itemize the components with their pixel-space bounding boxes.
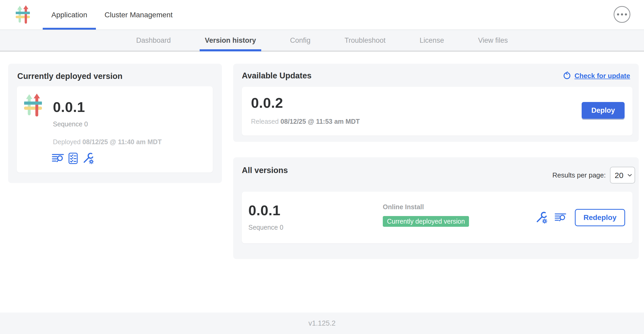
header-tabs: Application Cluster Management — [43, 0, 181, 30]
available-updates-header: Available Updates Check for update — [242, 71, 630, 80]
deployed-date-line: Deployed 08/12/25 @ 11:40 am MDT — [53, 138, 162, 146]
subnav-config[interactable]: Config — [273, 30, 328, 51]
edit-config-icon — [82, 152, 94, 164]
deployed-card-title: Currently deployed version — [17, 72, 122, 81]
deployed-version-actions — [52, 152, 94, 164]
ellipsis-icon — [617, 13, 619, 15]
subnav-troubleshoot[interactable]: Troubleshoot — [328, 30, 403, 51]
check-for-update-link[interactable]: Check for update — [563, 71, 630, 80]
all-versions-card: All versions Results per page: 20 0.0.1 … — [233, 157, 639, 259]
update-version-number: 0.0.2 — [251, 95, 283, 111]
subnav-version-history[interactable]: Version history — [188, 30, 273, 51]
currently-deployed-card: Currently deployed version 0.0.1 Sequenc… — [8, 64, 222, 183]
update-released-line: Released 08/12/25 @ 11:53 am MDT — [251, 118, 360, 125]
edit-config-icon — [535, 211, 548, 224]
admin-console-page: Application Cluster Management Dashboard… — [0, 0, 644, 334]
overflow-menu-button[interactable] — [614, 6, 630, 23]
all-versions-title: All versions — [242, 166, 288, 175]
results-per-page-select-wrap: 20 — [610, 167, 635, 184]
version-row: 0.0.1 Sequence 0 Online Install Currentl… — [242, 192, 632, 243]
deployed-sequence: Sequence 0 — [53, 120, 88, 128]
tab-application-label: Application — [51, 11, 87, 19]
row-install-info: Online Install Currently deployed versio… — [383, 203, 469, 227]
subnav-dashboard[interactable]: Dashboard — [119, 30, 188, 51]
available-updates-title: Available Updates — [242, 71, 312, 80]
install-type-label: Online Install — [383, 203, 469, 211]
results-per-page-select[interactable]: 20 — [610, 167, 635, 184]
refresh-icon — [563, 71, 571, 80]
app-logo-icon — [16, 5, 30, 24]
row-sequence: Sequence 0 — [248, 224, 283, 231]
view-logs-button[interactable] — [555, 213, 566, 222]
tab-cluster-management[interactable]: Cluster Management — [96, 0, 181, 30]
app-subnav: Dashboard Version history Config Trouble… — [0, 30, 644, 51]
preflight-checks-icon — [68, 153, 78, 164]
redeploy-button[interactable]: Redeploy — [575, 209, 625, 226]
currently-deployed-badge: Currently deployed version — [383, 216, 469, 227]
view-logs-button[interactable] — [52, 153, 64, 163]
results-per-page-label: Results per page: — [552, 171, 606, 179]
results-per-page: Results per page: 20 — [552, 167, 635, 184]
edit-config-button[interactable] — [535, 211, 548, 224]
app-footer: v1.125.2 — [0, 313, 644, 334]
deploy-button[interactable]: Deploy — [582, 102, 625, 119]
tab-application[interactable]: Application — [43, 0, 96, 30]
app-logo-icon — [24, 94, 42, 116]
available-updates-card: Available Updates Check for update 0.0.2… — [233, 64, 639, 142]
console-version: v1.125.2 — [308, 319, 336, 327]
tab-cluster-management-label: Cluster Management — [105, 11, 173, 19]
row-version-number: 0.0.1 — [248, 202, 281, 218]
view-logs-icon — [555, 213, 566, 222]
available-update-row: 0.0.2 Released 08/12/25 @ 11:53 am MDT D… — [242, 87, 632, 136]
subnav-license[interactable]: License — [403, 30, 461, 51]
edit-config-button[interactable] — [82, 152, 94, 164]
view-logs-icon — [52, 153, 64, 163]
deployed-version-number: 0.0.1 — [53, 99, 85, 115]
deployed-version-panel: 0.0.1 Sequence 0 Deployed 08/12/25 @ 11:… — [17, 86, 213, 173]
subnav-view-files[interactable]: View files — [461, 30, 525, 51]
row-actions: Redeploy — [535, 192, 625, 243]
check-for-update-label: Check for update — [575, 72, 630, 80]
app-header: Application Cluster Management — [0, 0, 644, 30]
preflight-checks-button[interactable] — [68, 153, 78, 164]
